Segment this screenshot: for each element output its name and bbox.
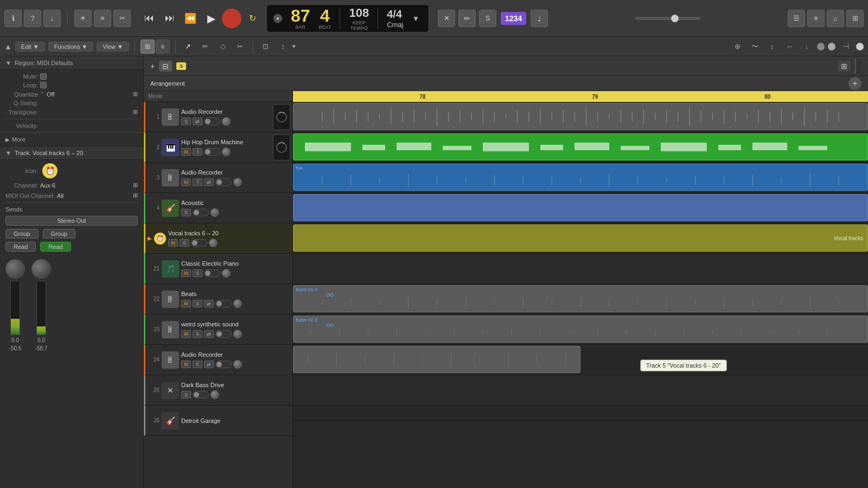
quantize-up-icon[interactable]: ⌃ — [40, 91, 44, 97]
cycle-button[interactable]: ↻ — [242, 9, 262, 28]
clip-3[interactable]: ½× — [293, 164, 868, 191]
mute-checkbox[interactable] — [40, 73, 47, 80]
toggle-3[interactable] — [215, 178, 232, 186]
view-button[interactable]: View ▼ — [97, 42, 129, 52]
toggle-4[interactable] — [193, 209, 209, 216]
search-icon[interactable]: ⌕ — [827, 10, 844, 27]
transpose-stepper-icon[interactable]: ⊞ — [133, 108, 138, 115]
midi-btn-1[interactable]: ⇌ — [193, 118, 202, 125]
pointer-tool[interactable]: ↗ — [181, 40, 195, 54]
clip-4[interactable] — [293, 194, 868, 221]
clip-22[interactable]: Bass 01.3 OO — [293, 285, 868, 312]
s-button-24[interactable]: S — [193, 361, 202, 368]
s-button-5[interactable]: S — [180, 239, 189, 247]
plugin-icon[interactable]: ⊞ — [846, 10, 864, 27]
expand-icon[interactable]: ↔ — [782, 40, 796, 54]
track-collapse-icon[interactable]: ▼ — [5, 150, 11, 156]
s-button-23[interactable]: S — [193, 330, 202, 338]
knob-24[interactable] — [233, 360, 242, 369]
color-selector-1[interactable] — [817, 43, 825, 50]
clip-5[interactable]: Vocal tracks — [293, 224, 868, 252]
clip-24[interactable] — [293, 346, 580, 373]
knob-4[interactable] — [210, 208, 219, 217]
pan-knob-1[interactable] — [5, 259, 25, 279]
fx-block-1[interactable] — [273, 104, 290, 130]
volume-slider[interactable] — [635, 17, 700, 20]
forward-button[interactable]: ⏭ — [160, 9, 180, 28]
clip-2[interactable] — [293, 133, 868, 160]
midi-btn-3[interactable]: ⇌ — [204, 178, 214, 186]
m-button-2[interactable]: M — [181, 148, 191, 156]
info-icon[interactable]: ℹ — [4, 10, 22, 27]
functions-button[interactable]: Functions ▼ — [48, 42, 94, 52]
m-button-21[interactable]: M — [181, 269, 191, 277]
region-collapse-icon[interactable]: ▼ — [5, 60, 11, 66]
read-btn-active[interactable]: Read — [40, 242, 71, 252]
brightness-icon[interactable]: ☀ — [74, 10, 92, 27]
list-view-toggle[interactable]: ≡ — [156, 40, 170, 54]
cursor-mode[interactable]: ↕ — [276, 40, 290, 54]
select-tool[interactable]: ⊡ — [259, 40, 273, 54]
s-button-21[interactable]: S — [193, 269, 202, 277]
delete-icon[interactable]: ✕ — [438, 10, 455, 27]
arrangement-frame-icon[interactable]: ⊟ — [159, 61, 172, 72]
m-button-24[interactable]: M — [181, 361, 191, 368]
stereo-out-button[interactable]: Stereo Out — [5, 216, 138, 226]
scissors-icon[interactable]: ✂ — [113, 10, 131, 27]
color-selector-3[interactable] — [856, 43, 864, 50]
knob-23[interactable] — [233, 330, 242, 338]
add-arrangement-button[interactable]: + — [848, 77, 861, 90]
toggle-22[interactable] — [215, 300, 232, 307]
s-button-1[interactable]: S — [181, 118, 191, 125]
score-btn-2[interactable]: 𝄞 — [193, 148, 202, 156]
toggle-1[interactable] — [204, 118, 220, 125]
mode-dropdown[interactable]: ▼ — [291, 43, 297, 49]
read-btn-inactive[interactable]: Read — [5, 242, 36, 252]
toggle-21[interactable] — [204, 269, 220, 277]
track-icon-selector[interactable]: ⏰ — [42, 163, 58, 178]
record-button[interactable] — [222, 9, 241, 28]
knob-1[interactable] — [222, 117, 231, 126]
bass-01-link[interactable]: OO — [326, 292, 334, 298]
color-selector-2[interactable] — [828, 43, 835, 50]
toggle-23[interactable] — [215, 330, 232, 338]
nav-back-icon[interactable]: ▲ — [4, 42, 12, 51]
fade-icon[interactable]: ↓ — [800, 40, 814, 54]
group-button-2[interactable]: Group — [43, 229, 76, 239]
eraser-tool[interactable]: ◇ — [216, 40, 230, 54]
tuner-icon[interactable]: ♩ — [531, 10, 548, 27]
expand-arrow-5[interactable]: ▶ — [148, 235, 152, 241]
knob-2[interactable] — [222, 147, 231, 156]
loop-checkbox[interactable] — [40, 82, 47, 88]
snapshot-icon[interactable]: S — [479, 10, 496, 27]
pencil-icon[interactable]: ✏ — [458, 10, 476, 27]
collapse-arrow[interactable] — [855, 59, 861, 74]
transport-dropdown-icon[interactable]: ▼ — [412, 14, 420, 23]
scissors-tool[interactable]: ✂ — [233, 40, 247, 54]
play-button[interactable]: ▶ — [201, 9, 221, 28]
more-row[interactable]: ▶ More — [5, 136, 138, 143]
volume-thumb[interactable] — [671, 15, 679, 22]
m-button-3[interactable]: M — [181, 178, 191, 186]
knob-5[interactable] — [209, 239, 218, 247]
toggle-25[interactable] — [193, 391, 209, 399]
s-button-22[interactable]: S — [193, 300, 202, 307]
midi-btn-22[interactable]: ⇌ — [204, 300, 214, 307]
arrangement-nav-icon[interactable]: + — [150, 62, 155, 70]
list-icon[interactable]: ☰ — [788, 10, 805, 27]
mixer-icon[interactable]: ≡ — [94, 10, 111, 27]
fx-block-2[interactable] — [273, 134, 290, 160]
channel-stepper[interactable]: ⊞ — [133, 182, 138, 189]
s-button[interactable]: S — [176, 62, 186, 70]
m-button-23[interactable]: M — [181, 330, 191, 338]
edit-button[interactable]: Edit ▼ — [15, 42, 45, 52]
group-button-1[interactable]: Group — [5, 229, 39, 239]
bass-02-link[interactable]: OO — [326, 323, 334, 328]
clip-23[interactable]: Bass 02.3 OO — [293, 316, 868, 343]
knob-22[interactable] — [233, 299, 242, 308]
pencil-tool[interactable]: ✏ — [199, 40, 213, 54]
split-icon[interactable]: ↕ — [765, 40, 779, 54]
knob-25[interactable] — [210, 390, 219, 399]
clip-1[interactable] — [293, 103, 868, 130]
trim-icon[interactable]: ⊣ — [839, 40, 853, 54]
